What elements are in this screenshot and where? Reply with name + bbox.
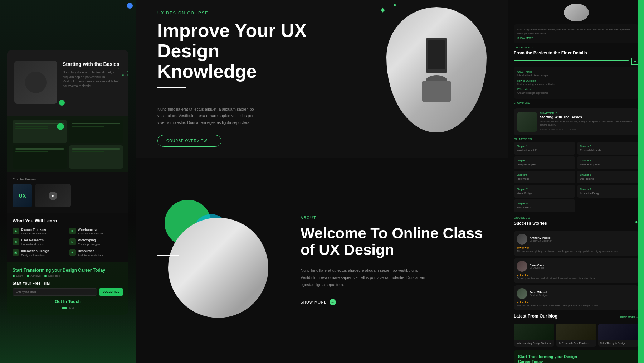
lp-hero: Starting with the Basics Nunc fringilla … (7, 50, 128, 116)
lp-pagination (13, 307, 123, 309)
rp-item-label-2: How to Question (517, 79, 635, 82)
rp-item-text-2: Understanding research methods (517, 83, 635, 87)
show-more-btn[interactable]: SHOW MORE → (301, 299, 487, 305)
lp-learn-grid: ◈ Design ThinkingLearn core methods ⊞ Wi… (13, 228, 123, 257)
learn-item-2: ⊞ WireframingBuild wireframes fast (69, 228, 123, 236)
chapter-item-3: Chapter 3 Design Principles (514, 156, 575, 169)
rp-success-label: SUCCESS (514, 216, 547, 219)
chapter-item-7: Chapter 7 Visual Design (514, 185, 575, 198)
rp-avatar-1 (517, 234, 527, 245)
rp-avatar-name-1: Anthony Pierce (530, 236, 552, 239)
lp-screen-3 (13, 145, 67, 169)
rp-blog-img-2 (556, 324, 596, 340)
rp-card-image (517, 112, 537, 132)
rp-show-more-1[interactable]: SHOW MORE → (517, 37, 635, 39)
rp-chapters-label: CHAPTERS (514, 137, 639, 141)
rp-blog-title-1: Understanding Design Systems (516, 342, 552, 345)
lp-chapter-label: Chapter Preview (13, 178, 123, 181)
rp-item-label-1: UX01 Things (517, 71, 635, 73)
about-circle-photo (168, 218, 268, 318)
rp-cta-subtitle: Career Today (518, 359, 634, 363)
rp-blog-item-1: Understanding Design Systems (514, 324, 554, 347)
rp-blog-read-more[interactable]: READ MORE → (620, 316, 639, 319)
rp-chapters-grid: Chapter 1 Introduction to UX Chapter 2 R… (514, 142, 639, 212)
rp-testimonial-header-2: Ryan Clark UI Developer (517, 261, 636, 272)
sparkle-icon-2: ✦ (392, 2, 397, 9)
lp-get-in-touch[interactable]: Get In Touch (13, 299, 123, 304)
rp-testimonial-2: Ryan Clark UI Developer ★★★★★ Amazing co… (514, 258, 639, 283)
rp-avatar-3 (517, 288, 527, 299)
learn-text-3: User ResearchUnderstand users (21, 238, 44, 246)
lp-hero-description: Nunc fringilla erat ut lectus aliquet, a… (63, 70, 120, 88)
rp-testimonial-text-1: This course completely transformed how I… (517, 250, 636, 253)
rp-testimonial-1: Anthony Pierce Senior UX Designer ★★★★★ … (514, 231, 639, 256)
chapter-item-5: Chapter 5 Prototyping (514, 171, 575, 183)
lp-learn-title: What You Will Learn (13, 218, 123, 223)
learn-icon-3: ◉ (13, 238, 19, 245)
lp-subscribe-btn[interactable]: SUBSCRIBE (99, 288, 123, 296)
chapter-text-3: Design Principles (517, 163, 572, 166)
rp-blog-content-2: UX Research Best Practices (556, 340, 596, 347)
rp-show-more-2[interactable]: SHOW MORE → (514, 102, 639, 104)
lp-chapter-icon: UX (13, 184, 32, 207)
rp-small-text-1: Nunc fringilla erat ut lectus aliquet, a… (517, 28, 635, 35)
show-more-label: SHOW MORE (301, 300, 327, 304)
about-visual (157, 193, 283, 329)
green-dot-accent (59, 100, 65, 106)
rp-avatar-2 (517, 261, 527, 272)
lp-learn-section: What You Will Learn ◈ Design ThinkingLea… (7, 213, 128, 262)
lp-email-input[interactable] (13, 288, 97, 296)
rp-testimonial-text-2: Amazing content and well structured. I l… (517, 277, 636, 280)
rp-blog-title: Latest From Our blog (514, 314, 557, 319)
svg-rect-1 (428, 40, 445, 69)
hero-title: Improve Your UX Design Knowledge (157, 20, 308, 82)
page-dot-3 (72, 307, 74, 309)
about-circle-image (168, 218, 268, 318)
play-button[interactable]: ▶ (49, 192, 57, 200)
learn-icon-5: ▣ (13, 249, 19, 256)
chapter-item-9: Chapter 9 Final Project (514, 199, 575, 212)
rp-basics-title: From the Basics to the Finer Details (514, 50, 639, 55)
page-dot-1 (62, 307, 67, 309)
rp-item-label-3: Effect Ideas (517, 88, 635, 91)
rp-testimonial-text-3: The best UX design course I have taken. … (517, 304, 636, 308)
rp-blog-img-3 (598, 324, 639, 340)
rp-basics-item-1: UX01 Things Introduction to key concepts (517, 71, 635, 78)
hero-image-visual (386, 7, 487, 132)
chapter-num-2: Chapter 2 (580, 145, 636, 147)
chapter-num-4: Chapter 4 (580, 159, 636, 162)
about-description: Nunc fringilla erat ut lectus aliquet, a… (301, 267, 436, 288)
rp-card-content: CHAPTER 2 Starting With The Basics Nunc … (540, 112, 635, 131)
learn-item-6: ⊕ ResourcesAdditional materials (69, 249, 123, 257)
rp-card-meta: READ MORE → · OCT 3 · 3 MIN (540, 128, 635, 131)
chapter-item-8: Chapter 8 Interaction Design (577, 185, 639, 198)
chapter-text-9: Final Project (517, 206, 572, 209)
about-line-accent (157, 255, 179, 256)
right-green-bar (638, 0, 644, 363)
rp-blog-content-3: Color Theory in Design (598, 340, 639, 347)
lp-hero-btn[interactable]: GET STARTED → (118, 68, 128, 81)
learn-icon-1: ◈ (13, 228, 19, 234)
course-overview-btn[interactable]: COURSE OVERVIEW → (157, 135, 221, 147)
rp-card-title: Starting With The Basics (540, 115, 635, 119)
rp-avatar-sub-1: Senior UX Designer (530, 239, 552, 242)
lp-meta-learn: Learn (13, 274, 23, 277)
meta-dot-2 (27, 275, 29, 277)
chapter-num-7: Chapter 7 (517, 188, 572, 190)
rp-basics-progress: ✦ (514, 58, 639, 65)
rp-testimonial-header-3: Jane Mitchell Product Designer (517, 288, 636, 299)
lp-meta-row: Learn Achieve Get Hired (13, 274, 123, 277)
about-title: Welcome To Online Class of UX Design (301, 225, 487, 258)
chapter-text-2: Research Methods (580, 149, 636, 152)
meta-label-hired: Get Hired (48, 274, 60, 277)
chapter-text-4: Wireframing Tools (580, 163, 636, 166)
meta-label-achieve: Achieve (30, 274, 40, 277)
rp-item-text-3: Creative design approaches (517, 91, 635, 95)
lp-cta-section: Start Transforming your Design Career To… (7, 262, 128, 315)
rp-cta-section: Start Transforming your Design Career To… (514, 350, 639, 363)
rp-starting-basics-card: CHAPTER 2 Starting With The Basics Nunc … (514, 108, 639, 135)
chapter-item-2: Chapter 2 Research Methods (577, 142, 639, 155)
learn-item-3: ◉ User ResearchUnderstand users (13, 238, 67, 246)
about-label: ABOUT (301, 216, 487, 220)
lp-cta-title: Start Transforming your Design Career To… (13, 268, 123, 273)
